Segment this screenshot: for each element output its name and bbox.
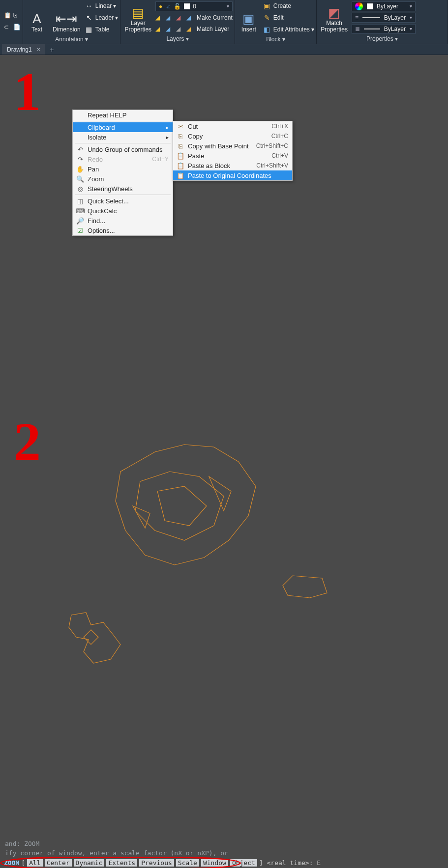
- menu-isolate[interactable]: Isolate▸: [73, 132, 173, 142]
- clipboard-submenu: ✂CutCtrl+X ⎘CopyCtrl+C ⎘Copy with Base P…: [173, 121, 293, 181]
- icon-btn-2[interactable]: ⊂: [4, 22, 11, 32]
- panel-layers-title[interactable]: Layers ▾: [122, 34, 232, 44]
- linetype-control[interactable]: ≣ ByLayer: [352, 24, 416, 34]
- edit-attributes-button[interactable]: ◧Edit Attributes ▾: [263, 25, 314, 34]
- icon-btn-4[interactable]: 📄: [13, 22, 21, 32]
- tab-drawing1[interactable]: Drawing1 ×: [2, 44, 45, 55]
- make-current-icon: ◢: [186, 14, 191, 21]
- layer-mini-icon-3[interactable]: ◢: [176, 14, 180, 21]
- menu-options[interactable]: ☑Options...: [73, 225, 173, 235]
- menu-redo: ↷RedoCtrl+Y: [73, 154, 173, 164]
- layer-combo-value: 0: [193, 3, 196, 10]
- edit-button[interactable]: ✎Edit: [263, 13, 314, 23]
- tab-close-button[interactable]: ×: [37, 46, 41, 53]
- menu-undo[interactable]: ↶Undo Group of commands: [73, 144, 173, 154]
- paste-icon: 📄: [13, 24, 21, 30]
- paste-original-icon: 📋: [176, 172, 185, 179]
- color-wheel-icon: [355, 2, 363, 10]
- icon-btn-1[interactable]: 📋: [4, 10, 11, 20]
- paste-block-icon: 📋: [176, 162, 185, 169]
- map-large: [111, 442, 263, 570]
- linetype-value: ByLayer: [384, 26, 406, 32]
- create-button[interactable]: ▣Create: [263, 1, 314, 11]
- panel-annotation: A Text ⇤⇥ Dimension ↔Linear ▾ ↖Leader ▾ …: [23, 0, 120, 44]
- panel-properties-title[interactable]: Properties ▾: [319, 34, 446, 44]
- insert-button[interactable]: ▣ Insert: [237, 1, 261, 34]
- menu-paste-block[interactable]: 📋Paste as BlockCtrl+Shift+V: [173, 161, 292, 170]
- submenu-arrow-icon-2: ▸: [166, 135, 169, 140]
- panel-block-title[interactable]: Block ▾: [237, 34, 314, 44]
- drawing-canvas[interactable]: 1 2 Repeat HELP Clipboard▸ Isolate▸ ↶Und…: [0, 55, 448, 840]
- text-button[interactable]: A Text: [25, 1, 49, 34]
- command-name: ZOOM: [4, 859, 19, 867]
- find-icon: 🔎: [76, 217, 85, 224]
- menu-find[interactable]: 🔎Find...: [73, 216, 173, 225]
- menu-pan[interactable]: ✋Pan: [73, 164, 173, 174]
- opt-all[interactable]: All: [27, 859, 42, 867]
- menu-quick-select[interactable]: ◫Quick Select...: [73, 196, 173, 206]
- command-tail: ] <real time>: E: [259, 859, 321, 867]
- table-icon: ▦: [85, 26, 93, 33]
- menu-paste-original[interactable]: 📋Paste to Original Coordinates: [173, 170, 292, 180]
- layer-properties-button[interactable]: ▤ LayerProperties: [122, 1, 153, 34]
- layer-mini-icon-6[interactable]: ◢: [176, 26, 180, 32]
- undo-icon: ↶: [76, 146, 85, 153]
- lineweight-control[interactable]: ≡ ByLayer: [352, 13, 416, 23]
- menu-clipboard[interactable]: Clipboard▸: [73, 122, 173, 132]
- pencil-icon: ✎: [263, 14, 271, 22]
- pan-icon: ✋: [76, 166, 85, 173]
- dimension-icon: ⇤⇥: [56, 12, 77, 25]
- submenu-arrow-icon: ▸: [166, 125, 169, 130]
- menu-steeringwheels[interactable]: ◎SteeringWheels: [73, 184, 173, 194]
- menu-zoom[interactable]: 🔍Zoom: [73, 174, 173, 184]
- steering-icon: ◎: [76, 185, 85, 193]
- layer-combo[interactable]: ● ☼ 🔓 0: [155, 1, 233, 11]
- opt-extents[interactable]: Extents: [106, 859, 137, 867]
- opt-scale[interactable]: Scale: [176, 859, 199, 867]
- menu-cut[interactable]: ✂CutCtrl+X: [173, 121, 292, 131]
- clipboard-icon: 📋: [4, 12, 11, 19]
- leader-button[interactable]: ↖Leader ▾: [85, 13, 119, 23]
- quick-select-icon: ◫: [76, 197, 85, 205]
- menu-sep-3: [75, 195, 171, 195]
- opt-previous[interactable]: Previous: [139, 859, 174, 867]
- layer-mini-icon-1[interactable]: ◢: [155, 14, 160, 21]
- create-icon: ▣: [263, 2, 271, 10]
- match-layer-label[interactable]: Match Layer: [197, 26, 229, 32]
- linetype-icon: ≣: [355, 26, 360, 32]
- tab-new-button[interactable]: +: [46, 46, 57, 54]
- command-input[interactable]: ZOOM [ All Center Dynamic Extents Previo…: [0, 858, 448, 868]
- layer-mini-icon-4[interactable]: ◢: [155, 26, 160, 32]
- linear-button[interactable]: ↔Linear ▾: [85, 1, 119, 11]
- paste-icon-2: 📋: [176, 152, 185, 160]
- layer-mini-icon-2[interactable]: ◢: [166, 14, 170, 21]
- color-value: ByLayer: [377, 3, 398, 10]
- opt-object[interactable]: Object: [230, 859, 257, 867]
- menu-repeat[interactable]: Repeat HELP: [73, 110, 173, 120]
- menu-copy-basepoint[interactable]: ⎘Copy with Base PointCtrl+Shift+C: [173, 141, 292, 151]
- menu-copy[interactable]: ⎘CopyCtrl+C: [173, 131, 292, 141]
- zoom-icon: 🔍: [76, 175, 85, 183]
- opt-window[interactable]: Window: [201, 859, 228, 867]
- insert-label: Insert: [241, 26, 256, 33]
- make-current-label[interactable]: Make Current: [197, 14, 233, 21]
- line-sample-2: [364, 28, 380, 29]
- dimension-button[interactable]: ⇤⇥ Dimension: [51, 1, 83, 34]
- table-button[interactable]: ▦Table: [85, 25, 119, 34]
- calc-icon: ⌨: [76, 207, 85, 215]
- step-number-2: 2: [14, 415, 41, 469]
- insert-icon: ▣: [242, 12, 255, 25]
- layer-mini-icon-5[interactable]: ◢: [166, 26, 170, 32]
- panel-annotation-title[interactable]: Annotation ▾: [25, 34, 118, 44]
- color-control[interactable]: ByLayer: [352, 1, 416, 11]
- redo-icon: ↷: [76, 156, 85, 163]
- sun-icon: ☼: [165, 3, 171, 10]
- menu-paste[interactable]: 📋PasteCtrl+V: [173, 151, 292, 161]
- menu-quickcalc[interactable]: ⌨QuickCalc: [73, 206, 173, 216]
- match-properties-button[interactable]: ◩ MatchProperties: [319, 1, 350, 34]
- opt-dynamic[interactable]: Dynamic: [74, 859, 105, 867]
- cut-icon: ✂: [176, 123, 185, 130]
- document-tabbar: Drawing1 × +: [0, 44, 448, 55]
- icon-btn-3[interactable]: ⎘: [13, 10, 21, 20]
- opt-center[interactable]: Center: [45, 859, 72, 867]
